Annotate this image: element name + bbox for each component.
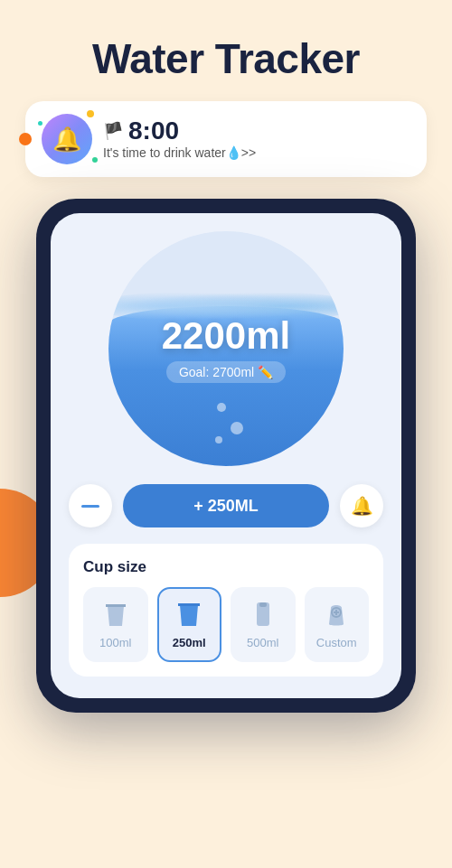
flag-icon: 🏴 <box>103 121 123 141</box>
phone-screen: 2200ml Goal: 2700ml ✏️ + 250ML 🔔 Cup siz… <box>51 213 401 698</box>
add-water-button[interactable]: + 250ML <box>123 484 329 527</box>
notification-time: 8:00 <box>128 118 179 144</box>
notification-message: It's time to drink water💧>> <box>103 145 410 160</box>
minus-icon <box>81 505 99 508</box>
cup-options: 100ml 250ml <box>83 587 369 662</box>
cup-section: Cup size 100ml <box>69 544 383 677</box>
notification-time-row: 🏴 8:00 <box>103 118 410 144</box>
cup-section-title: Cup size <box>83 558 369 576</box>
cup-option-custom[interactable]: Custom <box>305 587 370 662</box>
cup-label-100ml: 100ml <box>99 636 131 649</box>
bell-icon: 🔔 <box>351 495 373 517</box>
cup-label-500ml: 500ml <box>247 636 278 649</box>
phone-frame: 2200ml Goal: 2700ml ✏️ + 250ML 🔔 Cup siz… <box>36 199 416 713</box>
app-title: Water Tracker <box>0 0 452 101</box>
water-circle: 2200ml Goal: 2700ml ✏️ <box>108 231 344 466</box>
notification-card: 🏴 8:00 It's time to drink water💧>> <box>25 101 427 177</box>
notification-avatar <box>42 114 92 164</box>
bubble-2 <box>231 422 243 434</box>
bubble-3 <box>215 436 222 443</box>
minus-button[interactable] <box>69 484 112 527</box>
cup-icon-100ml <box>103 600 128 630</box>
controls-row: + 250ML 🔔 <box>69 484 383 527</box>
water-amount: 2200ml <box>162 314 290 358</box>
cup-option-500ml[interactable]: 500ml <box>231 587 296 662</box>
cup-label-custom: Custom <box>316 636 357 649</box>
bell-button[interactable]: 🔔 <box>340 484 383 527</box>
cup-label-250ml: 250ml <box>173 636 206 649</box>
cup-icon-250ml <box>176 600 202 630</box>
water-goal: Goal: 2700ml ✏️ <box>166 361 286 383</box>
svg-rect-1 <box>259 602 267 607</box>
cup-option-100ml[interactable]: 100ml <box>83 587 148 662</box>
cup-icon-custom <box>324 600 349 630</box>
bubble-1 <box>217 403 226 412</box>
water-circle-container: 2200ml Goal: 2700ml ✏️ <box>69 231 383 466</box>
sparkle-yellow <box>87 110 94 117</box>
cup-icon-500ml <box>250 600 276 630</box>
sparkle-green <box>92 157 98 163</box>
notification-content: 🏴 8:00 It's time to drink water💧>> <box>103 118 410 160</box>
cup-option-250ml[interactable]: 250ml <box>157 587 222 662</box>
water-text: 2200ml Goal: 2700ml ✏️ <box>162 314 290 383</box>
orange-dot <box>19 133 32 145</box>
sparkle-teal <box>38 121 42 126</box>
